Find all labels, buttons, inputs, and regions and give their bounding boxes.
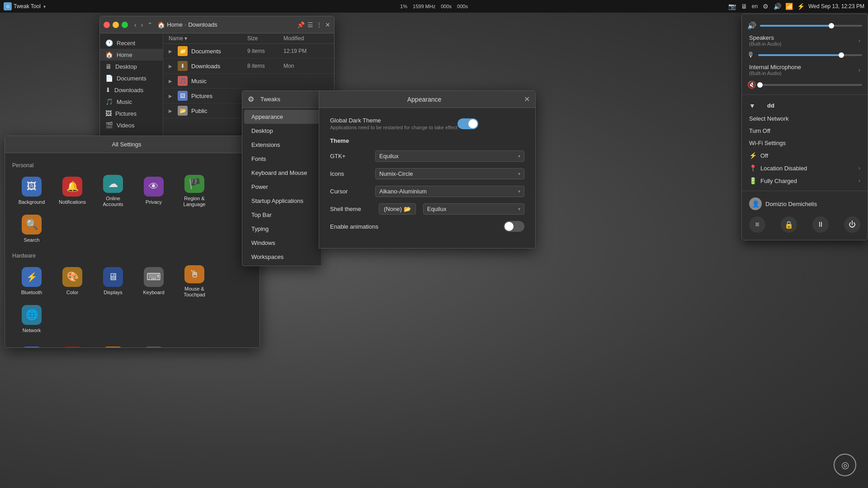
minimize-button[interactable] [113, 22, 119, 28]
location-row[interactable]: 📍 Location Disabled › [742, 162, 868, 174]
color-label: Color [66, 290, 78, 296]
tweaks-nav-startup[interactable]: Startup Applications [244, 194, 319, 208]
pin-button[interactable]: 📌 [297, 21, 305, 28]
menu-button[interactable]: ⋮ [316, 21, 322, 28]
wifi-off-row[interactable]: ⚡ Off [742, 149, 868, 162]
sidebar-item-videos[interactable]: 🎬 Videos [100, 119, 163, 131]
fm-sidebar: 🕐 Recent 🏠 Home 🖥 Desktop 📄 Documents ⬇ [100, 33, 163, 151]
table-row[interactable]: ▶ ⬇ Downloads 8 items Mon [163, 59, 334, 74]
gtk-select[interactable]: Equilux ▾ [375, 150, 524, 162]
settings-item-displays[interactable]: 🖥 Displays [94, 263, 132, 300]
sidebar-item-downloads[interactable]: ⬇ Downloads [100, 84, 163, 96]
shell-theme-select[interactable]: Equilux ▾ [423, 203, 524, 215]
sidebar-item-home[interactable]: 🏠 Home [100, 49, 163, 61]
select-network-item[interactable]: Select Network [742, 113, 868, 125]
settings-item-printers[interactable]: 🖨 Printers [53, 343, 92, 347]
tweaks-nav-keyboard-mouse[interactable]: Keyboard and Mouse [244, 166, 319, 180]
shell-none-button[interactable]: (None) 📂 [379, 203, 416, 215]
sidebar-item-desktop[interactable]: 🖥 Desktop [100, 61, 163, 72]
list-view-button[interactable]: ☰ [307, 21, 313, 28]
sidebar-item-recent[interactable]: 🕐 Recent [100, 37, 163, 49]
volume-icon[interactable]: 🔊 [773, 2, 781, 10]
tray-divider-2 [742, 191, 868, 191]
forward-button[interactable]: › [139, 20, 145, 29]
settings-item-background[interactable]: 🖼 Background [12, 173, 51, 209]
settings-item-privacy[interactable]: 👁 Privacy [134, 173, 173, 209]
online-accounts-icon: ☁ [103, 175, 123, 193]
pause-button[interactable]: ⏸ [812, 216, 829, 233]
tweaks-nav-topbar[interactable]: Top Bar [244, 208, 319, 222]
settings-item-network[interactable]: 🌐 Network [12, 301, 51, 338]
appearance-close-button[interactable]: ✕ [524, 95, 530, 103]
wifi-off-label: Off [760, 152, 768, 159]
mic-volume-knob [839, 52, 844, 58]
settings-item-mouse[interactable]: 🖱 Mouse & Touchpad [175, 263, 214, 300]
settings-tray-button[interactable]: ≡ [749, 216, 765, 233]
settings-item-sound[interactable]: 🔊 Sound [94, 343, 132, 347]
settings-item-color[interactable]: 🎨 Color [53, 263, 92, 300]
speaker-volume-knob [829, 23, 834, 28]
tweaks-nav-workspaces[interactable]: Workspaces [244, 250, 319, 264]
enable-animations-toggle[interactable] [504, 221, 524, 232]
cursor-select[interactable]: Alkano-Aluminium ▾ [375, 186, 524, 197]
breadcrumb-home[interactable]: 🏠 Home [157, 21, 183, 28]
microphone-arrow: › [859, 67, 860, 73]
fully-charged-row[interactable]: 🔋 Fully Charged › [742, 174, 868, 187]
breadcrumb-downloads[interactable]: Downloads [188, 21, 217, 28]
output-volume-knob [757, 82, 763, 88]
sidebar-item-documents[interactable]: 📄 Documents [100, 72, 163, 84]
mic-volume-slider[interactable] [758, 54, 862, 56]
settings-item-wacom[interactable]: ✏ Wacom Tablet [134, 343, 173, 347]
sidebar-item-music[interactable]: 🎵 Music [100, 96, 163, 108]
speaker-volume-slider[interactable] [760, 25, 862, 27]
settings-item-notifications[interactable]: 🔔 Notifications [53, 173, 92, 209]
tweaks-nav-extensions[interactable]: Extensions [244, 138, 319, 152]
sidebar-item-pictures[interactable]: 🖼 Pictures [100, 108, 163, 119]
display-icon[interactable]: 🖥 [740, 2, 748, 10]
power-icon[interactable]: ⚡ [797, 2, 805, 10]
cursor-label: Cursor [330, 188, 375, 195]
lock-button[interactable]: 🔒 [781, 216, 797, 233]
tweaks-nav-power[interactable]: Power [244, 180, 319, 194]
settings-item-keyboard[interactable]: ⌨ Keyboard [134, 263, 173, 300]
microphone-sub: (Built-in Audio) [749, 70, 801, 76]
output-volume-slider[interactable] [760, 84, 862, 86]
up-button[interactable]: ⌃ [146, 20, 155, 29]
appearance-window: Appearance ✕ Global Dark Theme Applicati… [319, 90, 536, 249]
settings-item-search[interactable]: 🔍 Search [12, 211, 51, 247]
tweaks-nav-windows[interactable]: Windows [244, 236, 319, 250]
tweaks-logo-icon: ⚙ [248, 95, 257, 104]
turn-off-item[interactable]: Turn Off [742, 125, 868, 137]
icons-select[interactable]: Numix-Circle ▾ [375, 168, 524, 179]
cursor-select-arrow: ▾ [518, 189, 520, 194]
settings-item-power[interactable]: ⚡ Power [12, 343, 51, 347]
tweaks-nav-typing[interactable]: Typing [244, 222, 319, 236]
table-row[interactable]: ▶ 🎵 Music [163, 74, 334, 89]
network-icon[interactable]: 📶 [785, 2, 793, 10]
power-off-button[interactable]: ⏻ [844, 216, 860, 233]
personal-section-title: Personal [12, 162, 252, 169]
app-dropdown-icon[interactable]: ▾ [43, 4, 46, 9]
settings-body: Personal 🖼 Background 🔔 Notifications ☁ … [5, 153, 259, 347]
cursor-value: Alkano-Aluminium [379, 188, 427, 195]
settings-icon[interactable]: ⚙ [761, 2, 769, 10]
tweaks-nav-fonts[interactable]: Fonts [244, 152, 319, 166]
tweaks-nav-desktop[interactable]: Desktop [244, 124, 319, 138]
settings-item-region[interactable]: 🏴 Region & Language [175, 173, 214, 209]
global-dark-theme-toggle[interactable] [458, 118, 478, 129]
maximize-button[interactable] [122, 22, 128, 28]
tweaks-nav-appearance[interactable]: Appearance [244, 110, 319, 124]
language-indicator[interactable]: en [752, 3, 758, 9]
back-button[interactable]: ‹ [132, 20, 138, 29]
global-dark-theme-sublabel: Applications need to be restarted for ch… [330, 125, 458, 130]
microphone-row[interactable]: Internal Microphone (Built-in Audio) › [742, 61, 868, 79]
displays-label: Displays [104, 290, 123, 296]
screenshot-icon[interactable]: 📷 [728, 2, 736, 10]
close-fm-button[interactable]: ✕ [325, 21, 330, 28]
settings-item-bluetooth[interactable]: ⚡ Bluetooth [12, 263, 51, 300]
table-row[interactable]: ▶ 📁 Documents 9 items 12:19 PM [163, 44, 334, 59]
speakers-row[interactable]: Speakers (Built-in Audio) › [742, 32, 868, 49]
close-button[interactable] [104, 22, 110, 28]
settings-item-online-accounts[interactable]: ☁ Online Accounts [94, 173, 132, 209]
wifi-settings-item[interactable]: Wi-Fi Settings [742, 137, 868, 149]
